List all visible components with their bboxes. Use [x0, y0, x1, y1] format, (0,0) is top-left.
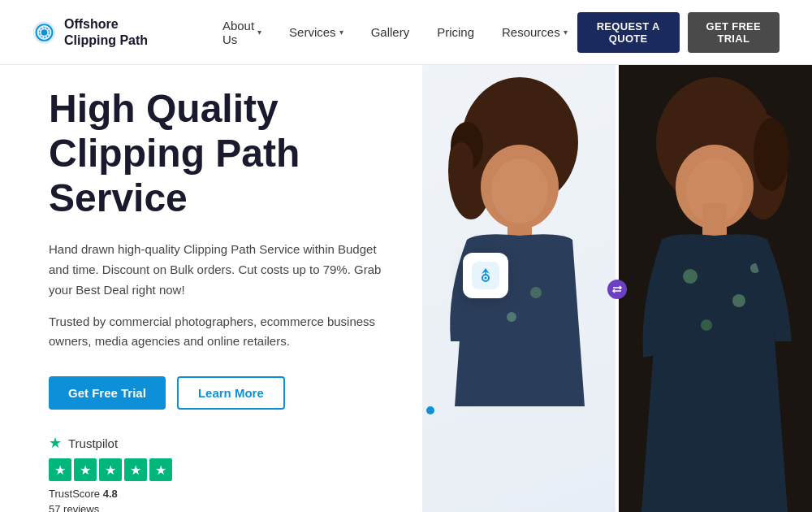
- hero-trust-text: Trusted by commercial photographers, eco…: [49, 312, 390, 353]
- svg-point-11: [507, 312, 516, 322]
- svg-point-24: [701, 319, 712, 331]
- trustpilot-logo-star: ★: [49, 434, 62, 452]
- trustpilot-logo: ★ Trustpilot: [49, 434, 390, 452]
- logo[interactable]: Offshore Clipping Path: [32, 16, 172, 47]
- trustpilot-stars: ★ ★ ★ ★ ★: [49, 458, 390, 481]
- request-quote-button[interactable]: REQUEST A QUOTE: [577, 12, 680, 53]
- image-right-original: [617, 65, 812, 512]
- svg-point-13: [449, 142, 473, 183]
- hero-image-area: [422, 65, 812, 512]
- image-left-transparent: [422, 65, 617, 512]
- nav-item-resources[interactable]: Resources ▾: [492, 19, 577, 46]
- nav-item-about[interactable]: About Us ▾: [213, 12, 271, 53]
- hero-buttons: Get Free Trial Learn More: [49, 376, 390, 410]
- svg-point-22: [683, 269, 698, 284]
- svg-point-23: [732, 294, 745, 307]
- trustpilot-section: ★ Trustpilot ★ ★ ★ ★ ★ TrustScore 4.8 57…: [49, 434, 390, 512]
- tp-star-1: ★: [49, 458, 71, 481]
- get-free-trial-hero-button[interactable]: Get Free Trial: [49, 376, 166, 410]
- nav-item-pricing[interactable]: Pricing: [427, 19, 484, 46]
- trustpilot-score: TrustScore 4.8: [49, 488, 390, 500]
- learn-more-button[interactable]: Learn More: [177, 376, 285, 410]
- resources-caret-icon: ▾: [564, 28, 568, 37]
- svg-rect-21: [702, 203, 727, 240]
- logo-text: Offshore Clipping Path: [64, 16, 172, 47]
- svg-point-8: [491, 158, 548, 223]
- tp-star-5: ★: [149, 458, 172, 481]
- svg-point-10: [530, 287, 542, 298]
- hero-section: High Quality Clipping Path Service Hand …: [0, 65, 812, 512]
- split-image-container: [422, 65, 812, 512]
- woman-left-silhouette: [422, 65, 617, 512]
- woman-right-original: [617, 65, 812, 512]
- nav-item-gallery[interactable]: Gallery: [361, 19, 420, 46]
- tp-star-2: ★: [74, 458, 97, 481]
- navbar: Offshore Clipping Path About Us ▾ Servic…: [0, 0, 812, 65]
- swap-icon: [607, 280, 627, 299]
- svg-point-2: [41, 29, 48, 36]
- tp-star-4: ★: [124, 458, 147, 481]
- services-caret-icon: ▾: [339, 28, 343, 37]
- nav-item-services[interactable]: Services ▾: [279, 19, 353, 46]
- hero-content: High Quality Clipping Path Service Hand …: [0, 65, 422, 512]
- ps-icon-container: [463, 253, 508, 298]
- hero-title: High Quality Clipping Path Service: [49, 86, 390, 221]
- svg-point-17: [754, 118, 789, 191]
- svg-point-30: [485, 277, 487, 280]
- dot-accent-1: [426, 406, 434, 414]
- logo-icon: [32, 17, 56, 48]
- photoshop-icon: [463, 253, 508, 298]
- tp-star-3: ★: [99, 458, 122, 481]
- trustpilot-reviews: 57 reviews: [49, 503, 390, 512]
- about-caret-icon: ▾: [257, 28, 261, 37]
- hero-description: Hand drawn high-quality Clipping Path Se…: [49, 240, 390, 300]
- get-free-trial-nav-button[interactable]: GET FREE TRIAL: [688, 12, 780, 53]
- nav-links: About Us ▾ Services ▾ Gallery Pricing Re…: [213, 12, 577, 53]
- trustpilot-label: Trustpilot: [68, 436, 118, 450]
- nav-buttons: REQUEST A QUOTE GET FREE TRIAL: [577, 12, 780, 53]
